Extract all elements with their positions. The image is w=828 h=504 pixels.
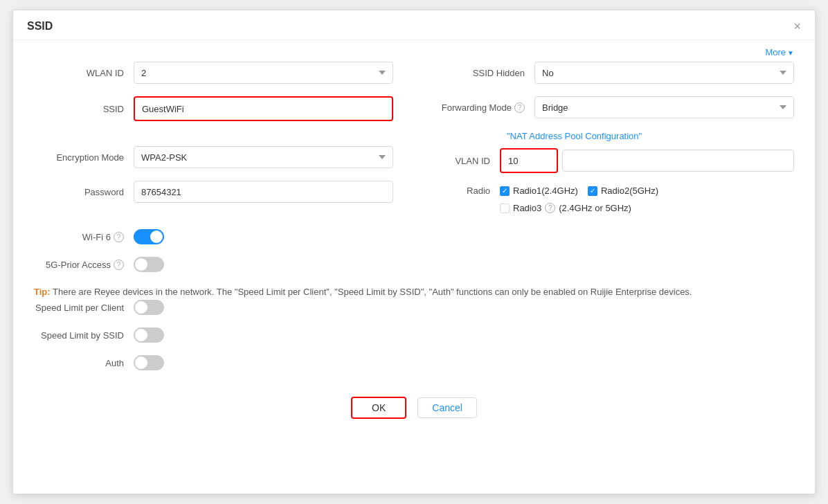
speed-limit-client-knob — [135, 301, 147, 314]
close-button[interactable]: × — [793, 20, 801, 33]
5g-prior-label: 5G-Prior Access ? — [34, 260, 124, 270]
footer-row: OK Cancel — [34, 397, 794, 419]
left-column-2: Speed Limit per Client Speed Limit by SS… — [34, 300, 393, 383]
radio3-help-icon[interactable]: ? — [545, 203, 555, 213]
wifi6-row: Wi-Fi 6 ? — [34, 229, 393, 244]
ssid-input-wrapper — [134, 96, 393, 121]
wifi6-toggle-knob — [150, 231, 163, 243]
speed-limit-ssid-row: Speed Limit by SSID — [34, 327, 393, 343]
auth-knob — [135, 357, 147, 369]
radio3-sub-label: (2.4GHz or 5GHz) — [559, 203, 631, 213]
left-column: WLAN ID 2 1 3 4 SSID — [34, 62, 393, 285]
radio3-label: Radio3 — [513, 203, 541, 213]
vlan-second-input[interactable] — [562, 150, 794, 172]
radio1-label: Radio1(2.4GHz) — [513, 186, 578, 196]
auth-row: Auth — [34, 355, 393, 370]
radio-row: Radio Radio1(2.4GHz) Radio2(5GHz) — [435, 186, 794, 196]
radio2-option: Radio2(5GHz) — [588, 186, 658, 196]
auth-label: Auth — [34, 358, 124, 368]
speed-limit-ssid-knob — [135, 329, 147, 341]
5g-prior-toggle-knob — [135, 258, 147, 271]
cancel-button[interactable]: Cancel — [417, 397, 477, 418]
right-column: SSID Hidden No Yes Forwarding Mode ? Bri… — [435, 62, 794, 285]
password-row: Password — [34, 181, 393, 203]
vlan-id-row: VLAN ID — [435, 148, 794, 173]
5g-prior-toggle[interactable] — [134, 257, 164, 272]
speed-limit-client-row: Speed Limit per Client — [34, 300, 393, 315]
ssid-hidden-select[interactable]: No Yes — [534, 62, 794, 84]
encryption-mode-row: Encryption Mode WPA2-PSK WPA3-SAE Open — [34, 146, 393, 168]
nat-link[interactable]: "NAT Address Pool Configuration" — [507, 131, 794, 141]
forwarding-mode-label: Forwarding Mode ? — [435, 102, 525, 113]
radio3-row: Radio3 ? (2.4GHz or 5GHz) — [500, 203, 794, 213]
dialog-header: SSID × — [13, 10, 815, 40]
tip-label: Tip: — [34, 287, 51, 297]
ssid-dialog: SSID × More WLAN ID 2 1 3 4 — [12, 10, 816, 494]
wlan-id-row: WLAN ID 2 1 3 4 — [34, 62, 393, 84]
wifi6-label: Wi-Fi 6 ? — [34, 232, 124, 242]
radio-options: Radio1(2.4GHz) Radio2(5GHz) — [500, 186, 658, 196]
form-grid: WLAN ID 2 1 3 4 SSID — [34, 62, 794, 419]
tip-text: Tip: There are Reyee devices in the netw… — [34, 285, 794, 300]
radio2-checkbox[interactable] — [588, 186, 597, 196]
wifi6-toggle[interactable] — [134, 229, 164, 244]
right-column-2 — [435, 300, 794, 383]
5g-prior-help-icon[interactable]: ? — [114, 260, 124, 270]
ssid-input[interactable] — [135, 98, 392, 120]
dialog-body: More WLAN ID 2 1 3 4 SSID — [13, 40, 815, 433]
ssid-hidden-row: SSID Hidden No Yes — [435, 62, 794, 84]
tip-content: There are Reyee devices in the network. … — [53, 287, 692, 297]
wlan-id-select[interactable]: 2 1 3 4 — [134, 62, 393, 84]
radio3-checkbox[interactable] — [500, 204, 510, 213]
speed-limit-ssid-label: Speed Limit by SSID — [34, 330, 124, 341]
wifi6-help-icon[interactable]: ? — [114, 232, 124, 242]
speed-limit-ssid-toggle[interactable] — [134, 327, 164, 343]
vlan-id-label: VLAN ID — [435, 156, 490, 166]
dialog-title: SSID — [27, 20, 53, 33]
speed-limit-client-toggle[interactable] — [134, 300, 164, 315]
encryption-mode-label: Encryption Mode — [34, 152, 124, 163]
nat-link-row: "NAT Address Pool Configuration" — [442, 131, 794, 141]
vlan-input-wrapper — [500, 148, 558, 173]
radio2-label: Radio2(5GHz) — [601, 186, 658, 196]
radio1-option: Radio1(2.4GHz) — [500, 186, 578, 196]
forwarding-mode-row: Forwarding Mode ? Bridge NAT — [435, 96, 794, 118]
forwarding-mode-help-icon[interactable]: ? — [514, 102, 525, 113]
ssid-label: SSID — [34, 104, 124, 114]
tip-section: Tip: There are Reyee devices in the netw… — [34, 285, 794, 300]
radio1-checkbox[interactable] — [500, 186, 510, 196]
ssid-row: SSID — [34, 96, 393, 121]
encryption-mode-select[interactable]: WPA2-PSK WPA3-SAE Open — [134, 146, 393, 168]
speed-limit-client-label: Speed Limit per Client — [34, 303, 124, 313]
5g-prior-row: 5G-Prior Access ? — [34, 257, 393, 272]
auth-toggle[interactable] — [134, 355, 164, 370]
more-link-row: More — [34, 47, 794, 57]
wlan-id-label: WLAN ID — [34, 68, 124, 78]
radio-label: Radio — [435, 186, 490, 196]
forwarding-mode-select[interactable]: Bridge NAT — [534, 96, 794, 118]
ok-button[interactable]: OK — [351, 397, 406, 419]
more-link[interactable]: More — [765, 47, 794, 57]
password-label: Password — [34, 187, 124, 197]
vlan-id-input[interactable] — [501, 150, 557, 172]
ssid-hidden-label: SSID Hidden — [435, 68, 525, 78]
password-input[interactable] — [134, 181, 393, 203]
